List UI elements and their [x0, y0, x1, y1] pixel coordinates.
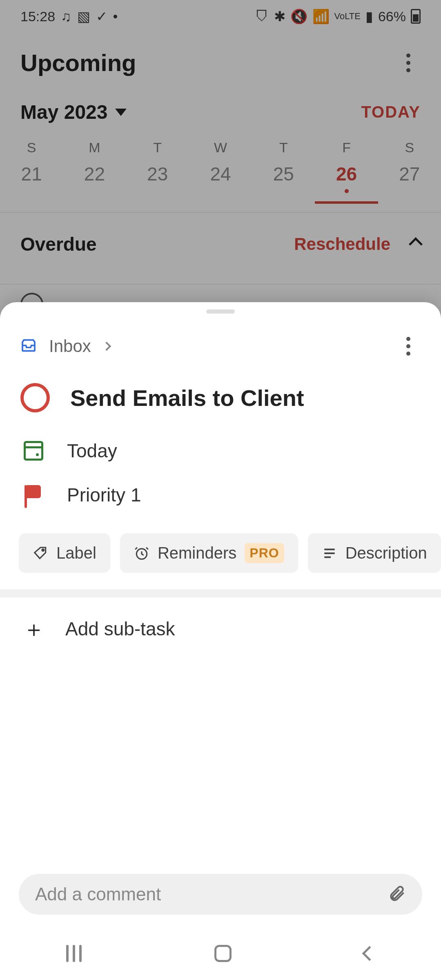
- flag-icon: [24, 485, 42, 505]
- task-title[interactable]: Send Emails to Client: [70, 385, 304, 411]
- priority-row[interactable]: Priority 1: [0, 473, 441, 517]
- breadcrumb-label: Inbox: [49, 336, 91, 356]
- due-date-label: Today: [67, 440, 117, 462]
- calendar-today-icon: [24, 441, 43, 461]
- alarm-icon: [134, 546, 149, 561]
- comment-placeholder: Add a comment: [35, 884, 161, 904]
- svg-point-0: [42, 549, 44, 551]
- description-icon: [322, 546, 337, 561]
- add-subtask-label: Add sub-task: [65, 618, 175, 640]
- attribute-chips[interactable]: Label Reminders PRO Description: [0, 517, 441, 589]
- description-chip[interactable]: Description: [308, 533, 441, 573]
- nav-home-button[interactable]: [214, 945, 232, 962]
- pro-badge: PRO: [245, 543, 284, 563]
- project-breadcrumb[interactable]: Inbox: [20, 336, 110, 356]
- label-chip[interactable]: Label: [19, 533, 110, 573]
- android-navbar: [0, 927, 441, 980]
- comment-input[interactable]: Add a comment: [19, 874, 422, 915]
- due-date-row[interactable]: Today: [0, 429, 441, 473]
- task-detail-sheet: Inbox Send Emails to Client Today Priori…: [0, 302, 441, 980]
- sheet-divider: [0, 589, 441, 597]
- task-more-button[interactable]: [396, 334, 421, 359]
- plus-icon: ＋: [23, 618, 45, 640]
- nav-recents-button[interactable]: [66, 945, 82, 962]
- add-subtask-button[interactable]: ＋ Add sub-task: [0, 597, 441, 660]
- task-complete-checkbox[interactable]: [20, 383, 50, 412]
- reminders-chip[interactable]: Reminders PRO: [120, 533, 298, 573]
- nav-back-button[interactable]: [362, 946, 377, 961]
- tag-icon: [33, 546, 48, 561]
- attachment-icon[interactable]: [388, 884, 406, 904]
- inbox-icon: [20, 337, 37, 355]
- chevron-right-icon: [102, 342, 111, 351]
- sheet-grabber[interactable]: [206, 310, 235, 314]
- priority-label: Priority 1: [67, 484, 141, 506]
